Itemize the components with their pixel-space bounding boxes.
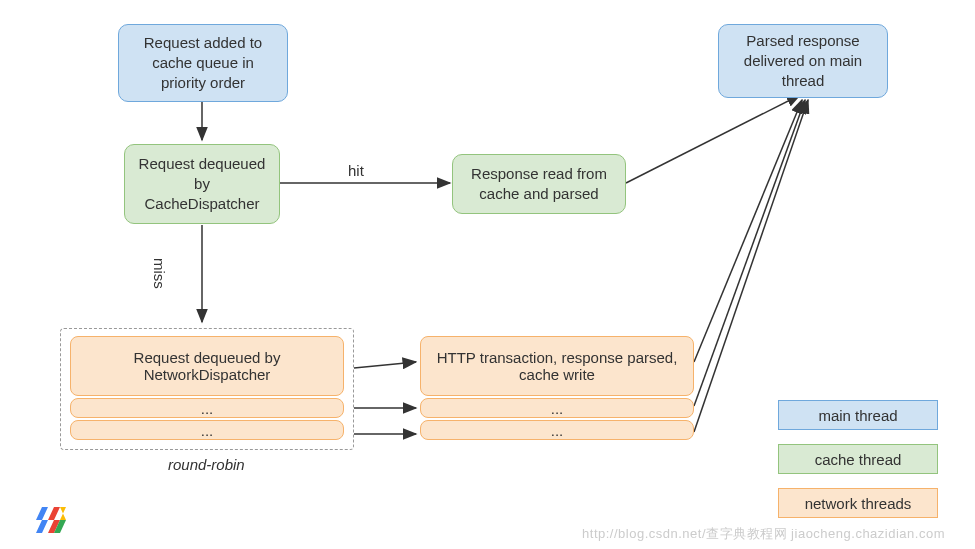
node-cache-dispatcher: Request dequeued by CacheDispatcher xyxy=(124,144,280,224)
watermark-text: http://blog.csdn.net/查字典教程网 jiaocheng.ch… xyxy=(582,525,945,543)
svg-marker-11 xyxy=(36,507,48,533)
node-label: Response read from cache and parsed xyxy=(463,164,615,205)
legend-label: network threads xyxy=(805,495,912,512)
svg-line-3 xyxy=(626,95,800,183)
node-http-transaction: HTTP transaction, response parsed, cache… xyxy=(420,336,694,396)
google-logo-icon xyxy=(36,507,74,533)
node-network-dispatcher: Request dequeued by NetworkDispatcher xyxy=(70,336,344,396)
legend-network-threads: network threads xyxy=(778,488,938,518)
ellipsis-label: ... xyxy=(201,400,214,417)
node-http-transaction-stack-1: ... xyxy=(420,398,694,418)
svg-marker-13 xyxy=(60,507,66,520)
node-label: Request added to cache queue in priority… xyxy=(129,33,277,94)
node-cache-read: Response read from cache and parsed xyxy=(452,154,626,214)
legend-label: cache thread xyxy=(815,451,902,468)
annotation-round-robin: round-robin xyxy=(168,456,245,473)
legend-main-thread: main thread xyxy=(778,400,938,430)
ellipsis-label: ... xyxy=(551,400,564,417)
node-label: Request dequeued by CacheDispatcher xyxy=(135,154,269,215)
node-request-added: Request added to cache queue in priority… xyxy=(118,24,288,102)
ellipsis-label: ... xyxy=(201,422,214,439)
svg-line-5 xyxy=(354,362,416,368)
legend-label: main thread xyxy=(818,407,897,424)
svg-line-10 xyxy=(694,100,808,432)
node-parsed-delivered: Parsed response delivered on main thread xyxy=(718,24,888,98)
edge-label-hit: hit xyxy=(348,162,364,179)
edge-label-miss: miss xyxy=(151,258,168,289)
node-label: Request dequeued by NetworkDispatcher xyxy=(71,349,343,383)
svg-line-9 xyxy=(694,100,805,406)
node-label: Parsed response delivered on main thread xyxy=(729,31,877,92)
node-label: HTTP transaction, response parsed, cache… xyxy=(429,349,685,383)
node-network-dispatcher-stack-1: ... xyxy=(70,398,344,418)
node-network-dispatcher-stack-2: ... xyxy=(70,420,344,440)
ellipsis-label: ... xyxy=(551,422,564,439)
node-http-transaction-stack-2: ... xyxy=(420,420,694,440)
svg-line-8 xyxy=(694,100,802,362)
legend-cache-thread: cache thread xyxy=(778,444,938,474)
